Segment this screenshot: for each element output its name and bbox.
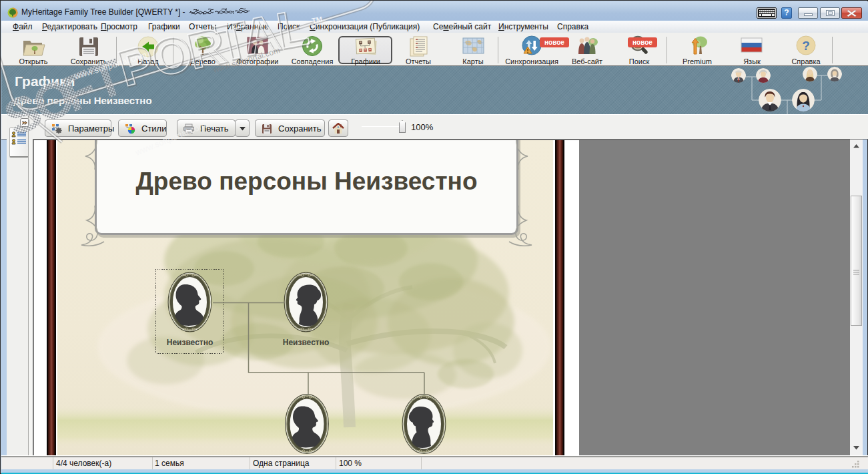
svg-text:?: ? [802,39,810,53]
